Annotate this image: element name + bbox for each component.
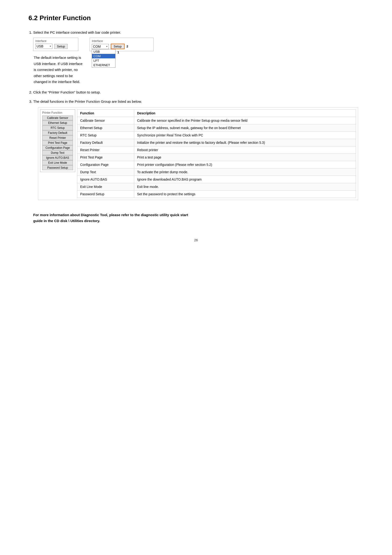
- table-row: RTC SetupSynchronize printer Real Time C…: [77, 131, 356, 139]
- table-row: Calibrate SensorCalibrate the sensor spe…: [77, 117, 356, 124]
- table-row-function-3: Factory Default: [77, 139, 134, 146]
- table-row-function-7: Dump Text: [77, 168, 134, 175]
- sidebar-btn-exit[interactable]: Exit Line Mode: [42, 161, 73, 165]
- table-row: Configuration PagePrint printer configur…: [77, 161, 356, 168]
- interface-dropdown: USB COM LPT ETHERNET: [92, 49, 115, 68]
- table-row-desc-1: Setup the IP address, subnet mask, gatew…: [134, 124, 356, 131]
- interface-box-right: Interface COM ▼ USB COM: [90, 38, 154, 51]
- sidebar-btn-factory[interactable]: Factory Default: [42, 131, 73, 135]
- interface-select-right-wrapper[interactable]: COM ▼ USB COM LPT ETHERNET 1: [92, 44, 109, 49]
- function-table: Function Description Calibrate SensorCal…: [77, 110, 356, 198]
- table-row-desc-4: Reboot printer: [134, 146, 356, 153]
- table-row-function-6: Configuration Page: [77, 161, 134, 168]
- interface-select-right[interactable]: COM ▼: [92, 44, 109, 49]
- interface-value-left: USB: [36, 44, 43, 48]
- step1-text: Select the PC interface connected with b…: [33, 30, 121, 34]
- sidebar-btn-config[interactable]: Configuration Page: [42, 146, 73, 150]
- sidebar-label: Printer Function: [42, 111, 73, 114]
- setup-button-right[interactable]: Setup: [111, 44, 124, 49]
- sidebar-btn-ethernet[interactable]: Ethernet Setup: [42, 121, 73, 125]
- table-row-function-5: Print Test Page: [77, 153, 134, 161]
- footer-line1: For more information about Diagnostic To…: [33, 212, 363, 218]
- interface-label-left: Interface: [35, 39, 76, 43]
- interface-demo: Interface USB ▼ Setup Interface: [33, 38, 363, 51]
- printer-function-section: Printer Function Calibrate Sensor Ethern…: [38, 107, 358, 200]
- table-row-desc-8: Ignore the downloaded AUTO.BAS program: [134, 175, 356, 183]
- table-row-function-2: RTC Setup: [77, 131, 134, 139]
- table-row-desc-9: Exit line mode.: [134, 183, 356, 190]
- table-row-desc-7: To activate the printer dump mode.: [134, 168, 356, 175]
- interface-value-right: COM: [93, 45, 101, 48]
- annotation-2: 2: [126, 45, 128, 48]
- table-row-desc-6: Print printer configuration (Please refe…: [134, 161, 356, 168]
- setup-button-right-wrapper: Setup 2: [111, 44, 128, 49]
- table-row-function-10: Password Setup: [77, 190, 134, 198]
- table-row-function-4: Reset Printer: [77, 146, 134, 153]
- table-row-desc-10: Set the password to protect the settings: [134, 190, 356, 198]
- sidebar-btn-calibrate[interactable]: Calibrate Sensor: [42, 116, 73, 120]
- sidebar-btn-print-test[interactable]: Print Test Page: [42, 140, 73, 145]
- dropdown-option-com[interactable]: COM: [92, 54, 115, 58]
- table-row: Ethernet SetupSetup the IP address, subn…: [77, 124, 356, 131]
- desc-line1: The default interface setting is: [34, 55, 363, 61]
- interface-select-left[interactable]: USB ▼: [35, 44, 52, 49]
- desc-line4: other settings need to be: [34, 73, 363, 79]
- sidebar-btn-reset[interactable]: Reset Printer: [42, 136, 73, 140]
- table-row: Print Test PagePrint a test page: [77, 153, 356, 161]
- dropdown-option-usb[interactable]: USB: [92, 49, 115, 54]
- table-row: Exit Line ModeExit line mode.: [77, 183, 356, 190]
- sidebar-btn-dump[interactable]: Dump Text: [42, 150, 73, 155]
- sidebar-btn-password[interactable]: Password Setup: [42, 165, 73, 170]
- table-row-function-0: Calibrate Sensor: [77, 117, 134, 124]
- page-number: 26: [29, 238, 363, 242]
- interface-label-right: Interface: [92, 39, 151, 43]
- step3-text: The detail functions in the Printer Func…: [33, 99, 142, 103]
- footer-line2: guide in the CD disk \ Utilities directo…: [33, 218, 363, 224]
- table-row-desc-5: Print a test page: [134, 153, 356, 161]
- setup-button-left[interactable]: Setup: [54, 44, 68, 49]
- table-row: Reset PrinterReboot printer: [77, 146, 356, 153]
- table-row: Dump TextTo activate the printer dump mo…: [77, 168, 356, 175]
- desc-line5: changed in the interface field.: [34, 79, 363, 85]
- table-row-function-1: Ethernet Setup: [77, 124, 134, 131]
- table-row-desc-3: Initialize the printer and restore the s…: [134, 139, 356, 146]
- table-row: Factory DefaultInitialize the printer an…: [77, 139, 356, 146]
- step2-text: Click the “Printer Function” button to s…: [33, 90, 101, 94]
- table-row-function-9: Exit Line Mode: [77, 183, 134, 190]
- table-row-desc-2: Synchronize printer Real Time Clock with…: [134, 131, 356, 139]
- dropdown-option-lpt[interactable]: LPT: [92, 58, 115, 63]
- footer-note: For more information about Diagnostic To…: [33, 212, 363, 224]
- table-row: Ignore AUTO.BASIgnore the downloaded AUT…: [77, 175, 356, 183]
- desc-line2: USB interface. If USB interface: [34, 61, 363, 67]
- sidebar-btn-rtc[interactable]: RTC Setup: [42, 125, 73, 130]
- interface-description: The default interface setting is USB int…: [34, 55, 363, 85]
- col-header-function: Function: [77, 110, 134, 117]
- printer-function-sidebar: Printer Function Calibrate Sensor Ethern…: [40, 110, 75, 172]
- table-row-function-8: Ignore AUTO.BAS: [77, 175, 134, 183]
- desc-line3: is connected with printer, no: [34, 67, 363, 73]
- interface-box-left: Interface USB ▼ Setup: [33, 38, 78, 51]
- sidebar-btn-ignore[interactable]: Ignore AUTO.BAS: [42, 155, 73, 160]
- table-row: Password SetupSet the password to protec…: [77, 190, 356, 198]
- annotation-1: 1: [117, 51, 119, 54]
- dropdown-option-ethernet[interactable]: ETHERNET: [92, 63, 115, 67]
- table-row-desc-0: Calibrate the sensor specified in the Pr…: [134, 117, 356, 124]
- col-header-description: Description: [134, 110, 356, 117]
- page-title: 6.2 Printer Function: [29, 14, 363, 22]
